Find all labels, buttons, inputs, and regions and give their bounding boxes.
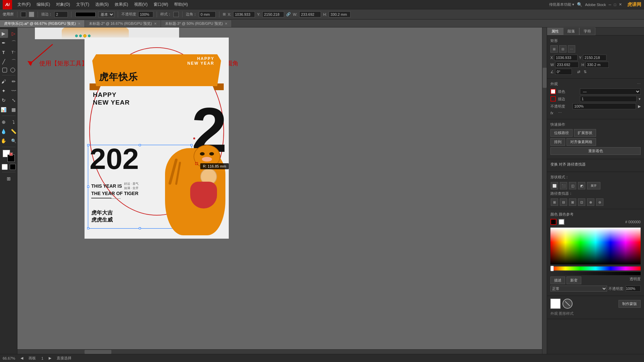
intersect-btn[interactable]: ◫ <box>569 182 576 189</box>
expand-panel-btn[interactable]: ⋯ <box>568 45 575 53</box>
transform-icon-2[interactable]: ⊟ <box>559 45 567 53</box>
opacity-prop-input[interactable] <box>573 103 636 109</box>
symbol-sprayer-tool[interactable]: ⊕ <box>0 118 8 126</box>
menu-item-edit[interactable]: 编辑(E) <box>34 1 53 8</box>
align-pixel-btn[interactable]: 对齐像素网格 <box>567 138 596 146</box>
spectrum-slider[interactable] <box>550 266 554 271</box>
eyedropper-tool[interactable]: 💧 <box>0 127 8 136</box>
stroke-prop-input[interactable] <box>580 96 637 102</box>
offset-path-btn[interactable]: 位移路径 <box>550 129 573 137</box>
arrange-btn[interactable]: 排列 <box>550 138 565 146</box>
fx-label[interactable]: fx <box>550 111 553 115</box>
artboard-tool[interactable]: ⊞ <box>4 174 13 183</box>
fill-icon[interactable] <box>29 12 34 17</box>
y-coord-input[interactable] <box>583 55 606 61</box>
opacity-input[interactable] <box>138 11 153 17</box>
trim-btn[interactable]: ⊟ <box>560 198 567 206</box>
transform-icon[interactable]: ⊞ <box>223 12 226 16</box>
divide-btn[interactable]: ⊞ <box>551 198 558 206</box>
selection-tool[interactable]: ▶ <box>0 29 8 38</box>
curvature-tool[interactable]: ⌒ <box>9 39 18 47</box>
recolor-btn[interactable]: 重新着色 <box>550 147 641 155</box>
zoom-tool[interactable]: 🔍 <box>9 136 18 145</box>
flip-v-btn[interactable]: ⇅ <box>584 70 587 74</box>
make-clipping-mask-btn[interactable]: 制作蒙版 <box>619 300 641 308</box>
tab-2-close[interactable]: ✕ <box>154 22 157 25</box>
rotate-tool[interactable]: ↻ <box>0 96 8 105</box>
direct-selection-tool[interactable]: ▷ <box>9 29 18 38</box>
unite-btn[interactable]: ⬜ <box>551 182 558 189</box>
x-input[interactable] <box>233 11 255 17</box>
ellipse-tool[interactable] <box>10 68 15 72</box>
blend-opacity-input[interactable] <box>626 286 641 292</box>
tab-2[interactable]: 未标题-2* @ 16.67% (RGB/GPU 预览) ✕ <box>85 20 161 27</box>
smooth-tool[interactable]: 〰 <box>9 86 18 95</box>
type-tool[interactable]: T <box>0 48 8 57</box>
measure-tool[interactable]: 📏 <box>9 127 18 136</box>
blend-mode-select[interactable]: 正常 <box>550 286 607 292</box>
style-swatch[interactable] <box>173 12 179 17</box>
color-swatches[interactable]: ↺ <box>3 150 15 162</box>
shaper-tool[interactable]: ✦ <box>0 86 8 95</box>
opacity-gradient-bar[interactable] <box>550 272 641 275</box>
tab-1[interactable]: 虎年快乐(1).ai* @ 66.67% (RGB/GPU 预览) ✕ <box>0 20 85 27</box>
rectangle-tool[interactable] <box>2 68 7 72</box>
panel-tab-properties[interactable]: 属性 <box>547 27 563 35</box>
menu-item-window[interactable]: 窗口(W) <box>151 1 171 8</box>
menu-item-view[interactable]: 视图(V) <box>131 1 150 8</box>
graph-tool[interactable]: 📊 <box>0 105 8 114</box>
panel-tab-paragraph[interactable]: 段落 <box>563 27 579 35</box>
y-input[interactable] <box>262 11 284 17</box>
h-coord-input[interactable] <box>585 62 609 68</box>
corner-input[interactable] <box>199 11 216 17</box>
stroke-chevron[interactable]: ▾ <box>639 97 641 101</box>
adobe-stock-label[interactable]: Adobe Stock <box>585 3 606 7</box>
angle-input[interactable] <box>555 69 572 75</box>
w-input[interactable] <box>299 11 321 17</box>
color-spectrum-bar[interactable] <box>550 266 641 270</box>
stroke-width-input[interactable] <box>54 11 68 17</box>
color-gradient-picker[interactable] <box>550 228 641 264</box>
opacity-chevron[interactable]: ▶ <box>638 104 641 109</box>
warp-tool[interactable]: ⤵ <box>9 118 18 126</box>
minus-back-btn[interactable]: ⊖ <box>596 198 603 206</box>
stroke-indicator[interactable] <box>550 96 556 102</box>
nav-next-btn[interactable]: ▶ <box>49 356 51 360</box>
menu-item-file[interactable]: 文件(F) <box>15 1 33 8</box>
hsb-btn[interactable]: 新变 <box>567 277 581 284</box>
vertical-scrollbar[interactable] <box>542 27 547 354</box>
h-input[interactable] <box>329 11 351 17</box>
fill-select[interactable]: — <box>580 88 641 95</box>
white-swatch[interactable] <box>2 164 8 170</box>
horizontal-scrollbar[interactable] <box>17 349 542 354</box>
stroke-color-swatch[interactable] <box>558 219 565 225</box>
expand-shape-btn[interactable]: 扩展形状 <box>574 129 596 137</box>
paintbrush-tool[interactable]: 🖌 <box>0 77 8 86</box>
x-coord-input[interactable] <box>554 55 578 61</box>
fill-indicator[interactable] <box>550 89 556 94</box>
line-segment-tool[interactable]: ╱ <box>0 57 8 66</box>
hand-tool[interactable]: ✋ <box>0 136 8 145</box>
column-graph-tool[interactable]: ▦ <box>9 105 18 114</box>
transform-icon-1[interactable]: ⊞ <box>550 45 558 53</box>
menu-item-select[interactable]: 选择(S) <box>93 1 111 8</box>
panel-tab-character[interactable]: 字符 <box>579 27 595 35</box>
search-icon[interactable]: 🔍 <box>577 2 582 7</box>
pen-tool[interactable]: ✒ <box>0 39 8 47</box>
window-maximize-btn[interactable]: □ <box>614 3 616 7</box>
arc-tool[interactable]: ⌒ <box>9 57 18 66</box>
merge-btn[interactable]: ⊠ <box>569 198 576 206</box>
stroke-style-select[interactable]: 基本 <box>98 11 114 17</box>
no-icon[interactable] <box>562 299 573 309</box>
chain-icon[interactable]: 🔗 <box>286 12 291 16</box>
menu-item-effect[interactable]: 效果(E) <box>112 1 131 8</box>
menu-item-help[interactable]: 帮助(H) <box>171 1 191 8</box>
appearance-more-icon[interactable]: ⋯ <box>637 82 641 86</box>
flip-h-btn[interactable]: ⇄ <box>577 70 580 74</box>
expand-btn[interactable]: 展开 <box>587 182 600 189</box>
scale-tool[interactable]: ⤡ <box>9 96 18 105</box>
touch-type-tool[interactable]: T⁻ <box>9 48 18 57</box>
outline-btn[interactable]: ⊕ <box>587 198 594 206</box>
horizontal-scrollbar-thumb[interactable] <box>85 350 111 354</box>
tab-3-close[interactable]: ✕ <box>225 22 227 25</box>
